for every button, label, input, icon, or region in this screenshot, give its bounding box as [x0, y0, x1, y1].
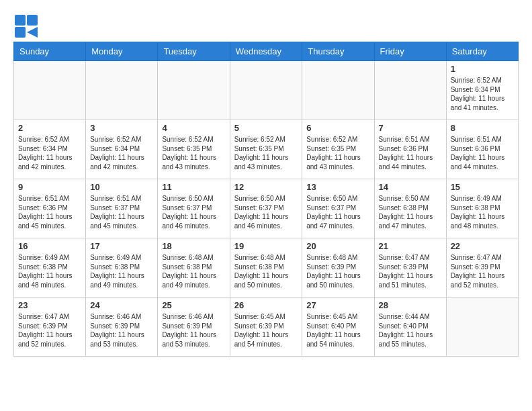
calendar-cell: 12Sunrise: 6:50 AM Sunset: 6:37 PM Dayli…	[230, 179, 302, 238]
logo-icon	[13, 13, 39, 39]
calendar-cell: 8Sunrise: 6:51 AM Sunset: 6:36 PM Daylig…	[446, 120, 518, 179]
calendar: SundayMondayTuesdayWednesdayThursdayFrid…	[13, 42, 519, 357]
svg-rect-2	[15, 27, 26, 38]
day-info: Sunrise: 6:51 AM Sunset: 6:37 PM Dayligh…	[90, 194, 153, 230]
week-row-4: 16Sunrise: 6:49 AM Sunset: 6:38 PM Dayli…	[14, 238, 519, 298]
calendar-cell: 23Sunrise: 6:47 AM Sunset: 6:39 PM Dayli…	[14, 298, 86, 357]
day-info: Sunrise: 6:44 AM Sunset: 6:40 PM Dayligh…	[379, 312, 442, 349]
calendar-cell: 27Sunrise: 6:45 AM Sunset: 6:40 PM Dayli…	[302, 298, 374, 357]
day-header-saturday: Saturday	[446, 42, 518, 61]
day-number: 13	[306, 182, 369, 192]
day-number: 25	[162, 300, 225, 310]
calendar-cell: 25Sunrise: 6:46 AM Sunset: 6:39 PM Dayli…	[158, 298, 230, 357]
day-header-thursday: Thursday	[302, 42, 374, 61]
day-info: Sunrise: 6:52 AM Sunset: 6:34 PM Dayligh…	[18, 135, 81, 171]
day-info: Sunrise: 6:52 AM Sunset: 6:35 PM Dayligh…	[306, 135, 369, 171]
day-number: 7	[379, 123, 442, 133]
day-number: 24	[90, 300, 153, 310]
day-number: 11	[162, 182, 225, 192]
day-number: 16	[18, 241, 81, 251]
day-number: 18	[162, 241, 225, 251]
calendar-cell: 18Sunrise: 6:48 AM Sunset: 6:38 PM Dayli…	[158, 238, 230, 298]
calendar-cell: 21Sunrise: 6:47 AM Sunset: 6:39 PM Dayli…	[374, 238, 446, 298]
calendar-cell: 13Sunrise: 6:50 AM Sunset: 6:37 PM Dayli…	[302, 179, 374, 238]
logo	[13, 13, 40, 39]
day-info: Sunrise: 6:51 AM Sunset: 6:36 PM Dayligh…	[451, 135, 514, 171]
day-info: Sunrise: 6:49 AM Sunset: 6:38 PM Dayligh…	[90, 253, 153, 289]
day-number: 4	[162, 123, 225, 133]
calendar-cell: 5Sunrise: 6:52 AM Sunset: 6:35 PM Daylig…	[230, 120, 302, 179]
week-row-3: 9Sunrise: 6:51 AM Sunset: 6:36 PM Daylig…	[14, 179, 519, 238]
calendar-cell: 26Sunrise: 6:45 AM Sunset: 6:39 PM Dayli…	[230, 298, 302, 357]
week-row-5: 23Sunrise: 6:47 AM Sunset: 6:39 PM Dayli…	[14, 298, 519, 357]
calendar-cell: 24Sunrise: 6:46 AM Sunset: 6:39 PM Dayli…	[86, 298, 158, 357]
day-info: Sunrise: 6:52 AM Sunset: 6:34 PM Dayligh…	[451, 76, 514, 112]
day-header-tuesday: Tuesday	[158, 42, 230, 61]
day-info: Sunrise: 6:48 AM Sunset: 6:39 PM Dayligh…	[306, 253, 369, 289]
calendar-cell: 17Sunrise: 6:49 AM Sunset: 6:38 PM Dayli…	[86, 238, 158, 298]
svg-rect-1	[27, 15, 38, 26]
calendar-cell: 14Sunrise: 6:50 AM Sunset: 6:38 PM Dayli…	[374, 179, 446, 238]
calendar-cell: 6Sunrise: 6:52 AM Sunset: 6:35 PM Daylig…	[302, 120, 374, 179]
day-info: Sunrise: 6:50 AM Sunset: 6:37 PM Dayligh…	[162, 194, 225, 230]
day-number: 3	[90, 123, 153, 133]
day-number: 1	[451, 64, 514, 74]
day-info: Sunrise: 6:49 AM Sunset: 6:38 PM Dayligh…	[451, 194, 514, 230]
day-number: 6	[306, 123, 369, 133]
calendar-cell: 28Sunrise: 6:44 AM Sunset: 6:40 PM Dayli…	[374, 298, 446, 357]
day-info: Sunrise: 6:52 AM Sunset: 6:35 PM Dayligh…	[234, 135, 298, 171]
day-number: 5	[234, 123, 298, 133]
calendar-cell: 20Sunrise: 6:48 AM Sunset: 6:39 PM Dayli…	[302, 238, 374, 298]
day-info: Sunrise: 6:48 AM Sunset: 6:38 PM Dayligh…	[162, 253, 225, 289]
calendar-cell	[14, 61, 86, 120]
day-info: Sunrise: 6:50 AM Sunset: 6:37 PM Dayligh…	[306, 194, 369, 230]
day-info: Sunrise: 6:46 AM Sunset: 6:39 PM Dayligh…	[162, 312, 225, 349]
calendar-cell	[374, 61, 446, 120]
day-header-monday: Monday	[86, 42, 158, 61]
calendar-cell: 10Sunrise: 6:51 AM Sunset: 6:37 PM Dayli…	[86, 179, 158, 238]
calendar-cell: 7Sunrise: 6:51 AM Sunset: 6:36 PM Daylig…	[374, 120, 446, 179]
calendar-cell: 16Sunrise: 6:49 AM Sunset: 6:38 PM Dayli…	[14, 238, 86, 298]
day-info: Sunrise: 6:47 AM Sunset: 6:39 PM Dayligh…	[379, 253, 442, 289]
calendar-cell	[86, 61, 158, 120]
day-header-wednesday: Wednesday	[230, 42, 302, 61]
day-number: 9	[18, 182, 81, 192]
calendar-header-row: SundayMondayTuesdayWednesdayThursdayFrid…	[14, 42, 519, 61]
day-info: Sunrise: 6:48 AM Sunset: 6:38 PM Dayligh…	[234, 253, 298, 289]
week-row-2: 2Sunrise: 6:52 AM Sunset: 6:34 PM Daylig…	[14, 120, 519, 179]
day-number: 26	[234, 300, 298, 310]
day-info: Sunrise: 6:51 AM Sunset: 6:36 PM Dayligh…	[18, 194, 81, 230]
day-info: Sunrise: 6:50 AM Sunset: 6:37 PM Dayligh…	[234, 194, 298, 230]
day-header-friday: Friday	[374, 42, 446, 61]
page-header	[13, 13, 519, 39]
day-number: 2	[18, 123, 81, 133]
calendar-cell: 11Sunrise: 6:50 AM Sunset: 6:37 PM Dayli…	[158, 179, 230, 238]
day-number: 19	[234, 241, 298, 251]
week-row-1: 1Sunrise: 6:52 AM Sunset: 6:34 PM Daylig…	[14, 61, 519, 120]
calendar-cell	[446, 298, 518, 357]
calendar-cell: 19Sunrise: 6:48 AM Sunset: 6:38 PM Dayli…	[230, 238, 302, 298]
day-number: 21	[379, 241, 442, 251]
day-number: 27	[306, 300, 369, 310]
calendar-cell: 3Sunrise: 6:52 AM Sunset: 6:34 PM Daylig…	[86, 120, 158, 179]
calendar-cell	[302, 61, 374, 120]
svg-marker-3	[27, 27, 38, 38]
calendar-cell	[158, 61, 230, 120]
day-number: 20	[306, 241, 369, 251]
calendar-cell: 9Sunrise: 6:51 AM Sunset: 6:36 PM Daylig…	[14, 179, 86, 238]
day-info: Sunrise: 6:47 AM Sunset: 6:39 PM Dayligh…	[18, 312, 81, 349]
day-number: 14	[379, 182, 442, 192]
day-number: 23	[18, 300, 81, 310]
day-info: Sunrise: 6:45 AM Sunset: 6:40 PM Dayligh…	[306, 312, 369, 349]
day-number: 17	[90, 241, 153, 251]
calendar-cell: 1Sunrise: 6:52 AM Sunset: 6:34 PM Daylig…	[446, 61, 518, 120]
day-info: Sunrise: 6:52 AM Sunset: 6:34 PM Dayligh…	[90, 135, 153, 171]
calendar-cell: 2Sunrise: 6:52 AM Sunset: 6:34 PM Daylig…	[14, 120, 86, 179]
day-number: 28	[379, 300, 442, 310]
day-number: 12	[234, 182, 298, 192]
calendar-cell: 15Sunrise: 6:49 AM Sunset: 6:38 PM Dayli…	[446, 179, 518, 238]
day-header-sunday: Sunday	[14, 42, 86, 61]
day-info: Sunrise: 6:52 AM Sunset: 6:35 PM Dayligh…	[162, 135, 225, 171]
day-number: 22	[451, 241, 514, 251]
day-info: Sunrise: 6:50 AM Sunset: 6:38 PM Dayligh…	[379, 194, 442, 230]
